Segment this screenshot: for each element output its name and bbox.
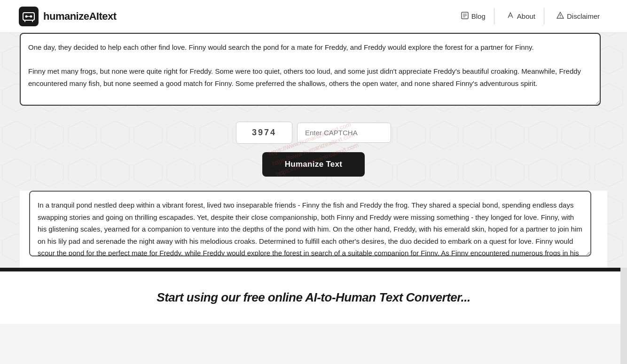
nav-disclaimer[interactable]: Disclaimer: [548, 8, 608, 24]
humanize-button[interactable]: Humanize Text: [262, 152, 365, 177]
output-textarea[interactable]: [29, 191, 591, 256]
footer-promo: Start using our free online AI-to-Human …: [0, 271, 627, 324]
output-section: [20, 191, 607, 268]
captcha-section: https://www.humanizeaitext.com https://w…: [20, 108, 607, 191]
input-section: [20, 33, 607, 108]
input-textarea[interactable]: [20, 33, 601, 106]
captcha-input[interactable]: [297, 123, 391, 143]
blog-icon: [461, 12, 469, 21]
footer-promo-text: Start using our free online AI-to-Human …: [9, 290, 618, 305]
captcha-code: 3974: [236, 122, 292, 144]
svg-point-10: [560, 17, 561, 18]
svg-point-2: [30, 15, 32, 17]
dark-divider: [0, 268, 627, 271]
page-wrapper: https://www.humanizeaitext.com https://w…: [0, 33, 627, 268]
about-icon: [507, 12, 514, 21]
svg-point-1: [25, 15, 28, 17]
disclaimer-icon: [556, 12, 564, 21]
logo-text: humanizeAItext: [43, 10, 117, 23]
content-wrapper: https://www.humanizeaitext.com https://w…: [10, 33, 617, 268]
captcha-row: 3974: [236, 122, 391, 144]
nav-about[interactable]: About: [498, 8, 544, 24]
nav-blog[interactable]: Blog: [453, 8, 494, 24]
nav-links: Blog About Disclaimer: [453, 8, 608, 24]
logo-area: humanizeAItext: [19, 7, 117, 26]
logo-icon: [19, 7, 39, 26]
header: humanizeAItext Blog About: [0, 0, 627, 33]
